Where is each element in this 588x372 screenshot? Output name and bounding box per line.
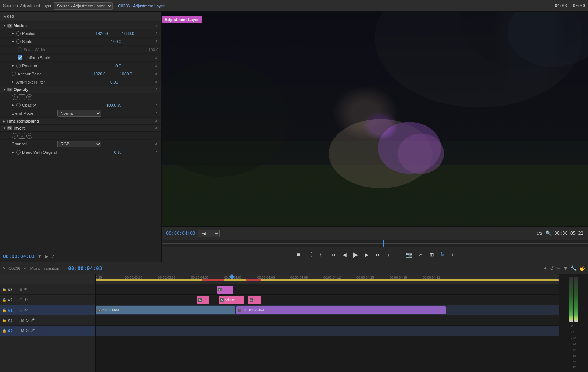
blend-mode-select[interactable]: Normal Dissolve Multiply Screen Overlay (57, 110, 101, 117)
antiflicker-expand-icon[interactable]: ▶ (12, 80, 14, 84)
opacity-keyframe-icon[interactable] (16, 103, 21, 107)
blend-original-keyframe-icon[interactable] (16, 150, 21, 155)
rolling-edit-button[interactable]: ↺ (550, 265, 554, 271)
v2-clip-1[interactable]: fx (197, 296, 209, 304)
anchor-reset-button[interactable]: ↺ (154, 72, 158, 76)
preview-playhead[interactable] (383, 240, 384, 247)
razor-tool-button[interactable]: ✂ (556, 265, 561, 271)
a1-s-btn[interactable]: S (26, 318, 29, 322)
rotation-keyframe-icon[interactable] (16, 64, 21, 68)
source-dropdown[interactable]: Source - Adjustment Layer (54, 2, 113, 10)
zoom-icon[interactable]: 🔍 (545, 230, 552, 236)
playhead[interactable] (232, 274, 232, 284)
timeline-close-button[interactable]: × (3, 266, 6, 271)
v2-clip-3[interactable]: fx (248, 296, 261, 304)
position-x-value[interactable]: 1920.0 (86, 31, 108, 36)
blend-original-value[interactable]: 0 % (99, 150, 121, 155)
channel-select[interactable]: RGB Red Green Blue Alpha (57, 141, 101, 147)
position-expand-icon[interactable]: ▶ (12, 32, 14, 35)
go-to-in-button[interactable]: ⏮ (329, 250, 338, 259)
invert-section-header[interactable]: ▼ fx Invert ↺ (0, 125, 161, 132)
trim-button[interactable]: ✂ (416, 250, 425, 259)
blend-original-reset-button[interactable]: ↺ (154, 150, 158, 154)
position-y-value[interactable]: 1080.0 (112, 31, 135, 36)
v3-settings-icon[interactable]: ⊞ (19, 287, 22, 291)
export-frame-button[interactable]: 📷 (404, 250, 414, 259)
rotation-value[interactable]: 0.0 (99, 64, 121, 68)
mark-out-button[interactable]: ｝ (317, 250, 326, 259)
timeline-menu-icon[interactable]: ≡ (23, 266, 25, 270)
antiflicker-value[interactable]: 0.00 (96, 80, 118, 84)
uniform-scale-reset-button[interactable]: ↺ (154, 56, 158, 60)
v1-settings-icon[interactable]: ⊞ (19, 308, 22, 312)
opacity-section-header[interactable]: ▼ fx Opacity ↺ (0, 86, 161, 93)
invert-circle-icon[interactable]: ○ (12, 133, 18, 139)
v1-clip-1[interactable]: fx C0236.MP4 (96, 306, 235, 314)
antiflicker-reset-button[interactable]: ↺ (154, 80, 158, 84)
panel-export-icon[interactable]: ↗ (51, 254, 55, 259)
opacity-square-icon[interactable]: □ (19, 94, 25, 100)
motion-section-header[interactable]: ▼ fx Motion ↺ (0, 22, 161, 29)
scale-expand-icon[interactable]: ▶ (12, 40, 14, 43)
time-remap-reset-button[interactable]: ↺ (154, 119, 158, 123)
blend-original-expand-icon[interactable]: ▶ (12, 150, 14, 154)
slip-tool-button[interactable]: ▼ (563, 265, 568, 271)
a1-lock-icon[interactable]: 🔒 (2, 319, 6, 322)
v1-lock-icon[interactable]: 🔒 (2, 308, 6, 312)
stop-button[interactable]: ⏹ (293, 250, 303, 259)
rotation-expand-icon[interactable]: ▶ (12, 64, 14, 67)
scale-keyframe-icon[interactable] (16, 39, 21, 44)
add-button[interactable]: + (449, 250, 456, 259)
step-back-button[interactable]: ◀ (340, 250, 349, 259)
v2-lock-icon[interactable]: 🔒 (2, 298, 6, 302)
time-remap-section-header[interactable]: ▶ Time Remapping ↺ (0, 118, 161, 125)
a2-mic-icon[interactable]: 🎤 (30, 329, 35, 333)
panel-menu-icon[interactable]: ▶ (45, 254, 48, 259)
anchor-y-value[interactable]: 1080.0 (110, 72, 132, 76)
opacity-expand-icon[interactable]: ▼ (3, 88, 6, 91)
a2-m-btn[interactable]: M (21, 329, 24, 333)
time-remap-expand-icon[interactable]: ▶ (3, 120, 5, 123)
a2-lock-icon[interactable]: 🔒 (2, 329, 6, 333)
v3-eye-icon[interactable]: 👁 (24, 287, 28, 291)
invert-expand-icon[interactable]: ▼ (3, 127, 6, 130)
v3-lock-icon[interactable]: 🔒 (2, 288, 6, 291)
channel-reset-button[interactable]: ↺ (154, 142, 158, 146)
position-keyframe-icon[interactable] (16, 31, 21, 36)
v2-eye-icon[interactable]: 👁 (24, 298, 28, 302)
play-button[interactable]: ▶ (351, 249, 361, 260)
scale-value[interactable]: 100.0 (99, 39, 121, 44)
step-fwd-button[interactable]: ▶ (363, 250, 371, 259)
motion-expand-icon[interactable]: ▼ (3, 24, 6, 28)
a1-mic-icon[interactable]: 🎤 (30, 318, 35, 322)
opacity-pen-icon[interactable]: ✏ (26, 94, 32, 100)
scale-reset-button[interactable]: ↺ (154, 40, 158, 43)
ripple-tool-button[interactable]: ✦ (543, 265, 548, 271)
overwrite-button[interactable]: ↓ (394, 250, 401, 259)
position-reset-button[interactable]: ↺ (154, 32, 158, 35)
blend-mode-reset-button[interactable]: ↺ (154, 111, 158, 115)
v3-adjustment-clip[interactable]: fx (217, 286, 233, 294)
opacity-value-expand-icon[interactable]: ▶ (12, 103, 14, 107)
invert-square-icon[interactable]: □ (19, 133, 25, 139)
opacity-reset-button[interactable]: ↺ (154, 88, 158, 91)
anchor-x-value[interactable]: 1920.0 (84, 72, 106, 76)
v1-clip-2[interactable]: fx DJI_0039.MP4 (236, 306, 446, 314)
uniform-scale-checkbox[interactable] (18, 55, 22, 60)
fit-dropdown[interactable]: Fit 25% 50% 75% 100% (198, 230, 220, 237)
invert-pen-icon[interactable]: ✏ (26, 133, 32, 139)
pen-tool-button[interactable]: 🔧 (570, 265, 577, 271)
mark-in-button[interactable]: ｛ (305, 250, 315, 259)
v2-settings-icon[interactable]: ⊞ (19, 298, 22, 302)
opacity-circle-icon[interactable]: ○ (12, 94, 18, 100)
fx-button[interactable]: fx (438, 250, 447, 259)
invert-reset-button[interactable]: ↺ (154, 126, 158, 130)
rotation-reset-button[interactable]: ↺ (154, 64, 158, 68)
opacity-value[interactable]: 100.0 % (99, 103, 121, 107)
go-to-out-button[interactable]: ⏭ (373, 250, 383, 259)
motion-reset-button[interactable]: ↺ (154, 24, 158, 28)
v1-eye-icon[interactable]: 👁 (24, 308, 28, 312)
hand-tool-button[interactable]: 🖐 (579, 265, 585, 271)
a1-m-btn[interactable]: M (21, 318, 24, 322)
anchor-keyframe-icon[interactable] (12, 72, 16, 76)
